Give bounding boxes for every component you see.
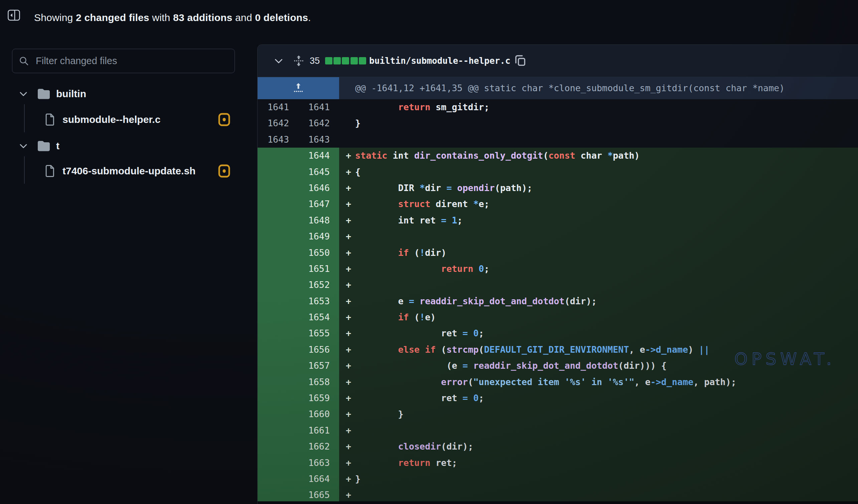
- code-line: [339, 132, 858, 148]
- sidebar-item-builtin[interactable]: builtin: [19, 86, 86, 102]
- code-line: }: [339, 115, 858, 131]
- diff-row: 1646+ DIR *dir = opendir(path);: [258, 180, 858, 196]
- addition-marker: +: [346, 471, 351, 487]
- line-number-new[interactable]: 1643: [298, 132, 339, 148]
- line-number-old[interactable]: [258, 358, 298, 374]
- sidebar-toggle-button[interactable]: [8, 10, 20, 21]
- line-number-old[interactable]: [258, 325, 298, 341]
- line-number-new[interactable]: 1657: [298, 358, 339, 374]
- line-number-new[interactable]: 1641: [298, 99, 339, 115]
- line-number-old[interactable]: 1641: [258, 99, 298, 115]
- unfold-icon[interactable]: [294, 55, 304, 66]
- code-line: + return ret;: [339, 455, 858, 471]
- addition-marker: +: [346, 455, 351, 471]
- diff-row: 1664+}: [258, 471, 858, 487]
- line-number-new[interactable]: 1652: [298, 277, 339, 293]
- addition-marker: +: [346, 325, 351, 341]
- line-number-new[interactable]: 1662: [298, 439, 339, 455]
- line-number-old[interactable]: [258, 164, 298, 180]
- line-number-new[interactable]: 1655: [298, 325, 339, 341]
- line-number-new[interactable]: 1645: [298, 164, 339, 180]
- line-number-old[interactable]: [258, 471, 298, 487]
- line-number-new[interactable]: 1653: [298, 293, 339, 309]
- line-number-new[interactable]: 1661: [298, 423, 339, 439]
- line-number-old[interactable]: [258, 374, 298, 390]
- code-line: +: [339, 423, 858, 439]
- line-number-old[interactable]: [258, 277, 298, 293]
- code-line: +: [339, 487, 858, 503]
- line-number-old[interactable]: [258, 228, 298, 244]
- diff-panel: 35 builtin/submodule--helper.c @@ -1641,…: [257, 45, 858, 504]
- line-number-new[interactable]: 1664: [298, 471, 339, 487]
- changed-files-summary: Showing 2 changed files with 83 addition…: [34, 12, 311, 23]
- panel-bottom-strip: [258, 501, 858, 504]
- line-number-old[interactable]: [258, 390, 298, 406]
- line-number-new[interactable]: 1663: [298, 455, 339, 471]
- folder-label: builtin: [56, 88, 86, 99]
- line-number-new[interactable]: 1665: [298, 487, 339, 503]
- diff-row: 16411641 return sm_gitdir;: [258, 99, 858, 115]
- line-number-new[interactable]: 1654: [298, 309, 339, 325]
- line-number-new[interactable]: 1648: [298, 212, 339, 228]
- sidebar-item-t[interactable]: t: [19, 138, 60, 154]
- addition-marker: +: [346, 196, 351, 212]
- line-number-old[interactable]: [258, 180, 298, 196]
- file-icon: [45, 113, 55, 126]
- line-number-old[interactable]: [258, 245, 298, 261]
- sidebar-item-t7406[interactable]: t7406-submodule-update.sh: [45, 163, 195, 179]
- line-number-new[interactable]: 1644: [298, 148, 339, 164]
- copy-file-path-button[interactable]: [514, 54, 526, 67]
- line-number-new[interactable]: 1646: [298, 180, 339, 196]
- line-number-old[interactable]: [258, 309, 298, 325]
- addition-marker: +: [346, 439, 351, 455]
- fold-up-icon: [293, 83, 303, 94]
- addition-marker: +: [346, 406, 351, 422]
- line-number-old[interactable]: [258, 342, 298, 358]
- file-icon: [45, 165, 55, 177]
- line-number-old[interactable]: [258, 212, 298, 228]
- line-number-old[interactable]: 1642: [258, 115, 298, 131]
- line-number-old[interactable]: [258, 196, 298, 212]
- line-number-old[interactable]: [258, 261, 298, 277]
- code-line: + struct dirent *e;: [339, 196, 858, 212]
- diff-row: 1654+ if (!e): [258, 309, 858, 325]
- line-number-new[interactable]: 1651: [298, 261, 339, 277]
- line-number-new[interactable]: 1650: [298, 245, 339, 261]
- chevron-down-icon: [19, 91, 27, 97]
- code-line: + ret = 0;: [339, 325, 858, 341]
- line-number-old[interactable]: [258, 293, 298, 309]
- diff-row: 1648+ int ret = 1;: [258, 212, 858, 228]
- line-number-old[interactable]: [258, 423, 298, 439]
- collapse-file-chevron-icon[interactable]: [274, 58, 283, 64]
- line-number-old[interactable]: [258, 439, 298, 455]
- diff-row: 16421642}: [258, 115, 858, 131]
- line-number-new[interactable]: 1658: [298, 374, 339, 390]
- line-number-old[interactable]: 1643: [258, 132, 298, 148]
- line-number-new[interactable]: 1659: [298, 390, 339, 406]
- addition-marker: +: [346, 342, 351, 358]
- addition-marker: +: [346, 212, 351, 228]
- line-number-old[interactable]: [258, 455, 298, 471]
- sidebar-item-submodule-helper[interactable]: submodule--helper.c: [45, 112, 160, 128]
- folder-icon: [37, 88, 51, 100]
- code-line: + }: [339, 406, 858, 422]
- line-number-old[interactable]: [258, 406, 298, 422]
- file-modified-icon: [218, 113, 230, 126]
- line-number-old[interactable]: [258, 487, 298, 503]
- folder-icon: [37, 140, 51, 152]
- diff-row: 1649+: [258, 228, 858, 244]
- tree-indent-guide: [24, 104, 25, 132]
- expand-hunk-button[interactable]: [258, 77, 339, 99]
- copy-icon: [514, 54, 526, 66]
- line-number-new[interactable]: 1656: [298, 342, 339, 358]
- line-number-new[interactable]: 1649: [298, 228, 339, 244]
- line-number-old[interactable]: [258, 148, 298, 164]
- line-number-new[interactable]: 1660: [298, 406, 339, 422]
- diff-row: 1655+ ret = 0;: [258, 325, 858, 341]
- line-number-new[interactable]: 1647: [298, 196, 339, 212]
- addition-marker: +: [346, 148, 351, 164]
- filter-changed-files-input[interactable]: [36, 50, 220, 72]
- diff-row: 1662+ closedir(dir);: [258, 439, 858, 455]
- line-number-new[interactable]: 1642: [298, 115, 339, 131]
- diff-row: 1645+{: [258, 164, 858, 180]
